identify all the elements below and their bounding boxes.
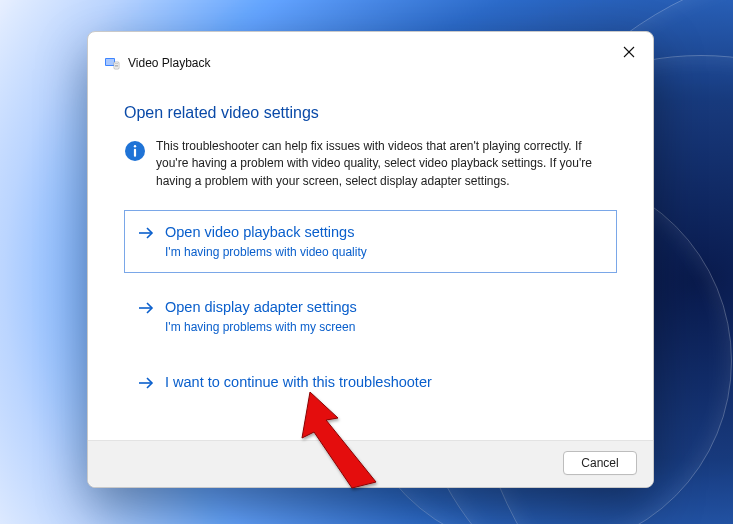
option-sub: I'm having problems with video quality bbox=[165, 244, 367, 260]
option-sub: I'm having problems with my screen bbox=[165, 319, 357, 335]
arrow-right-icon bbox=[137, 224, 155, 242]
svg-point-9 bbox=[134, 145, 136, 147]
arrow-right-icon bbox=[137, 374, 155, 392]
info-row: This troubleshooter can help fix issues … bbox=[124, 138, 617, 190]
dialog-title: Video Playback bbox=[128, 56, 211, 70]
option-text: Open video playback settings I'm having … bbox=[165, 223, 367, 260]
svg-rect-10 bbox=[134, 149, 136, 157]
arrow-right-icon bbox=[137, 299, 155, 317]
close-button[interactable] bbox=[619, 42, 639, 62]
dialog-content: Open related video settings This trouble… bbox=[88, 80, 653, 440]
info-text: This troubleshooter can help fix issues … bbox=[156, 138, 615, 190]
section-heading: Open related video settings bbox=[124, 104, 617, 122]
svg-rect-4 bbox=[115, 65, 118, 66]
dialog-footer: Cancel bbox=[88, 440, 653, 487]
option-video-playback-settings[interactable]: Open video playback settings I'm having … bbox=[124, 210, 617, 273]
option-display-adapter-settings[interactable]: Open display adapter settings I'm having… bbox=[124, 285, 617, 348]
titlebar: Video Playback bbox=[88, 32, 653, 80]
troubleshooter-icon bbox=[104, 55, 120, 71]
svg-rect-3 bbox=[115, 64, 118, 65]
option-text: I want to continue with this troubleshoo… bbox=[165, 373, 432, 392]
svg-rect-1 bbox=[106, 59, 114, 65]
title-left: Video Playback bbox=[96, 49, 211, 71]
option-continue-troubleshooter[interactable]: I want to continue with this troubleshoo… bbox=[124, 360, 617, 405]
option-title: Open display adapter settings bbox=[165, 298, 357, 317]
info-icon bbox=[124, 140, 146, 162]
cancel-button[interactable]: Cancel bbox=[563, 451, 637, 475]
option-title: Open video playback settings bbox=[165, 223, 367, 242]
svg-rect-5 bbox=[115, 67, 118, 68]
option-title: I want to continue with this troubleshoo… bbox=[165, 373, 432, 392]
option-text: Open display adapter settings I'm having… bbox=[165, 298, 357, 335]
troubleshooter-dialog: Video Playback Open related video settin… bbox=[87, 31, 654, 488]
